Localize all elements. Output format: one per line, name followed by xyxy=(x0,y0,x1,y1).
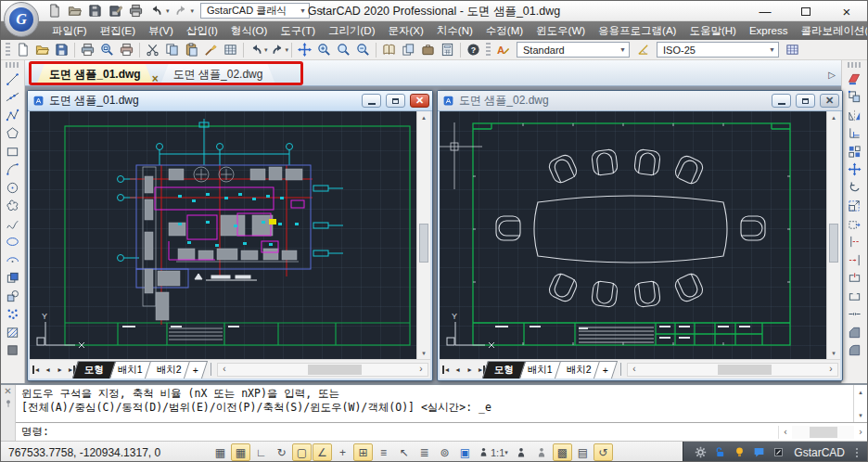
scroll-down-icon[interactable]: ▾ xyxy=(854,409,867,421)
tab-close-icon[interactable]: × xyxy=(152,72,159,85)
menu-item-dimension[interactable]: 치수(N) xyxy=(430,21,479,40)
polygon-button[interactable] xyxy=(4,125,22,143)
scroll-right-icon[interactable]: › xyxy=(854,427,867,438)
scroll-up-icon[interactable]: ▴ xyxy=(854,386,867,398)
chat-icon[interactable] xyxy=(753,446,765,458)
model-tab[interactable]: 모형 xyxy=(482,361,526,379)
open-button[interactable] xyxy=(66,3,83,19)
preview-toggle[interactable]: ⊚ xyxy=(435,443,454,461)
arc-button[interactable] xyxy=(4,161,22,179)
hatch-button[interactable] xyxy=(4,324,22,341)
pin-icon[interactable] xyxy=(4,399,13,408)
zoom-window-button[interactable] xyxy=(334,41,353,59)
scale-button[interactable] xyxy=(846,198,864,215)
tab-scroll-right-icon[interactable]: ▷ xyxy=(828,70,836,80)
extend-button[interactable] xyxy=(846,251,864,269)
move-button[interactable] xyxy=(846,161,864,179)
vertical-scrollbar[interactable]: ▴ ▾ xyxy=(416,111,430,359)
menu-item-application[interactable]: 응용프로그램(A) xyxy=(592,21,683,40)
undo-caret-icon[interactable]: ▾ xyxy=(264,46,268,54)
scrollbar-thumb[interactable] xyxy=(829,224,838,263)
child-restore-button[interactable] xyxy=(796,94,815,108)
drawing-canvas-2[interactable]: Y xyxy=(440,111,826,359)
erase-button[interactable] xyxy=(846,71,864,88)
child-restore-button[interactable] xyxy=(386,94,405,108)
match-properties-button[interactable] xyxy=(201,41,221,59)
redo-caret-icon[interactable]: ▾ xyxy=(191,7,195,15)
scrollbar-thumb[interactable] xyxy=(718,365,772,375)
annotation-auto-toggle[interactable] xyxy=(532,443,552,461)
child-minimize-button[interactable] xyxy=(362,94,381,108)
save-as-button[interactable] xyxy=(107,3,124,19)
zoom-realtime-button[interactable] xyxy=(314,41,334,59)
dimension-style-button[interactable] xyxy=(633,41,653,59)
horizontal-scrollbar[interactable]: ‹ › xyxy=(217,363,428,377)
unlock-icon[interactable] xyxy=(714,446,726,458)
child-minimize-button[interactable] xyxy=(772,94,791,108)
toolbar-grip[interactable] xyxy=(6,43,10,58)
resize-grip[interactable] xyxy=(856,448,858,457)
polar-toggle[interactable]: ↻ xyxy=(272,443,291,461)
break-at-point-button[interactable] xyxy=(846,270,864,288)
print-button[interactable] xyxy=(127,3,145,19)
undo-button[interactable] xyxy=(147,3,165,19)
ducs-toggle[interactable]: + xyxy=(333,443,352,461)
menu-item-draw[interactable]: 그리기(D) xyxy=(322,21,381,40)
make-block-button[interactable] xyxy=(4,288,22,305)
otrack-toggle[interactable]: ∠ xyxy=(313,443,332,461)
first-layout-button[interactable]: ◂ xyxy=(30,366,42,374)
menu-item-help[interactable]: 도움말(H) xyxy=(683,21,742,40)
first-layout-button[interactable]: ◂ xyxy=(440,366,452,374)
scrollbar-thumb[interactable] xyxy=(308,365,362,375)
horizontal-scrollbar[interactable]: ‹ › xyxy=(627,363,838,377)
undo-caret-icon[interactable]: ▾ xyxy=(166,7,170,15)
prev-layout-button[interactable]: ◂ xyxy=(42,366,54,374)
dynamic-input-toggle[interactable]: ⊞ xyxy=(353,443,373,461)
design-center-button[interactable] xyxy=(379,41,399,59)
new-button[interactable] xyxy=(13,41,32,59)
child-close-button[interactable]: ✕ xyxy=(410,94,429,108)
snap-toggle[interactable]: ▦ xyxy=(211,443,230,461)
vertical-scrollbar[interactable]: ▴ ▾ xyxy=(826,111,840,359)
plot-button[interactable] xyxy=(78,41,97,59)
annotation-visibility-toggle[interactable] xyxy=(512,443,531,461)
toolbar-grip[interactable] xyxy=(6,62,20,68)
rotate-button[interactable] xyxy=(846,179,864,197)
drawing-window-2-titlebar[interactable]: 도면 샘플_02.dwg ✕ xyxy=(438,91,842,111)
command-close-icon[interactable]: ✕ xyxy=(4,387,11,396)
command-history[interactable]: 윈도우 구석을 지정, 축척 비율 (nX 또는 nXP)을 입력, 또는 [전… xyxy=(16,385,867,423)
gradient-button[interactable] xyxy=(4,342,22,360)
menu-item-view[interactable]: 뷰(V) xyxy=(142,21,180,40)
menu-item-collaboration[interactable]: 콜라보레이션(G) xyxy=(794,21,867,40)
chamfer-button[interactable] xyxy=(846,324,864,341)
join-button[interactable] xyxy=(846,306,864,324)
layers-toggle[interactable]: ≣ xyxy=(415,443,434,461)
redo-button[interactable] xyxy=(172,3,190,19)
next-layout-button[interactable]: ▸ xyxy=(54,366,66,374)
scroll-right-icon[interactable]: › xyxy=(415,364,428,375)
menu-item-express[interactable]: Express xyxy=(743,21,795,40)
pan-realtime-button[interactable] xyxy=(295,41,314,59)
dimension-style-selector[interactable]: ISO-25 ▼ xyxy=(657,42,779,58)
spline-button[interactable] xyxy=(4,215,22,233)
menu-item-format[interactable]: 형식(O) xyxy=(224,21,274,40)
plot-preview-button[interactable] xyxy=(97,41,117,59)
mirror-button[interactable] xyxy=(846,107,864,124)
quick-select-toggle[interactable]: ↖ xyxy=(394,443,414,461)
undo-button[interactable] xyxy=(247,41,266,59)
block-editor-button[interactable] xyxy=(221,41,240,59)
rectangle-button[interactable] xyxy=(4,143,22,160)
menu-item-tools[interactable]: 도구(T) xyxy=(274,21,322,40)
scroll-left-icon[interactable]: ‹ xyxy=(628,364,641,375)
scrollbar-thumb[interactable] xyxy=(810,427,837,438)
next-layout-button[interactable]: ▸ xyxy=(464,366,476,374)
ucs-rotate-toggle[interactable]: ↺ xyxy=(594,443,613,461)
quick-calculator-button[interactable] xyxy=(438,41,457,59)
scroll-right-icon[interactable]: › xyxy=(824,364,837,375)
drawing-canvas-1[interactable]: Y xyxy=(30,111,416,359)
paste-button[interactable] xyxy=(182,41,201,59)
fillet-button[interactable] xyxy=(846,342,864,360)
gstarcad-logo[interactable]: G xyxy=(4,2,39,37)
grid-toggle[interactable]: ▦ xyxy=(231,443,250,461)
model-tab[interactable]: 모형 xyxy=(72,361,116,379)
